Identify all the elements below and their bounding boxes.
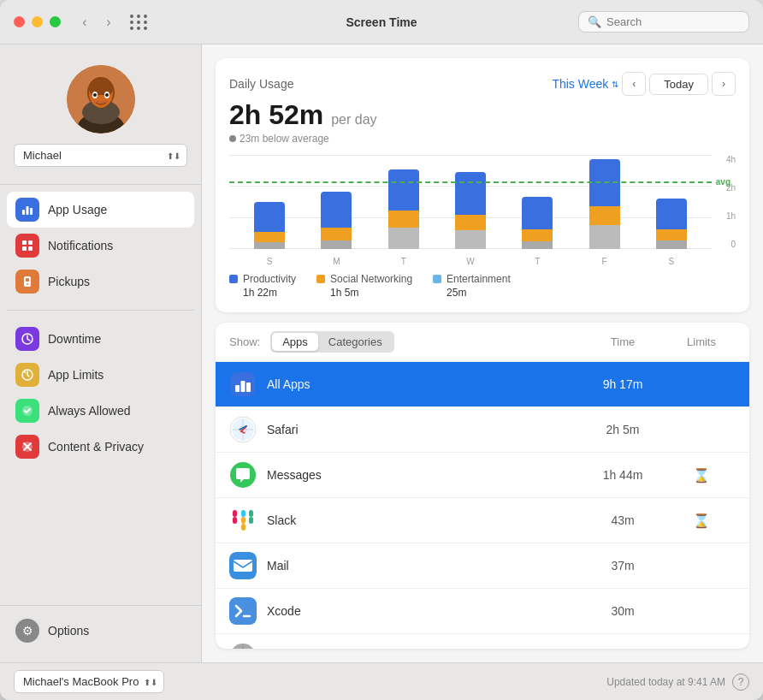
x-label-f: F (586, 257, 624, 266)
apps-toggle-button[interactable]: Apps (272, 333, 318, 351)
bar-blue-w (455, 172, 486, 215)
sidebar-item-app-usage-label: App Usage (48, 203, 107, 217)
sidebar-item-content-privacy[interactable]: Content & Privacy (7, 429, 194, 465)
sidebar-item-downtime[interactable]: Downtime (7, 321, 194, 357)
legend-label-entertainment: Entertainment (447, 273, 511, 285)
sidebar-item-always-allowed[interactable]: Always Allowed (7, 393, 194, 429)
today-button[interactable]: Today (649, 74, 708, 95)
nav-gap-2 (7, 314, 194, 321)
svg-rect-49 (229, 597, 257, 625)
app-row-system-prefs[interactable]: System Preferences 12m 55s (216, 634, 749, 649)
categories-toggle-button[interactable]: Categories (318, 333, 393, 351)
sidebar-item-pickups[interactable]: Pickups (7, 264, 194, 300)
app-row-mail[interactable]: Mail 37m (216, 543, 749, 589)
sidebar-item-notifications[interactable]: Notifications (7, 228, 194, 264)
bar-blue-m (321, 192, 352, 228)
prev-week-button[interactable]: ‹ (622, 72, 646, 96)
app-row-messages[interactable]: Messages 1h 44m ⌛ (216, 453, 749, 498)
help-button[interactable]: ? (732, 673, 749, 691)
sidebar-bottom: ⚙ Options (0, 605, 201, 662)
downtime-icon (15, 327, 39, 351)
list-header: Show: Apps Categories Time Limits (216, 323, 749, 362)
app-row-xcode[interactable]: Xcode 30m (216, 589, 749, 634)
minimize-button[interactable] (32, 16, 43, 27)
legend-productivity: Productivity 1h 22m (229, 273, 296, 299)
sidebar: Michael ⬆⬇ App Usage (0, 44, 202, 662)
app-usage-icon (15, 198, 39, 222)
bar-orange-t1 (388, 211, 419, 228)
app-row-slack[interactable]: Slack 43m ⌛ (216, 498, 749, 543)
svg-rect-44 (249, 510, 253, 517)
legend-label-productivity: Productivity (243, 273, 296, 285)
svg-rect-31 (246, 383, 251, 392)
window-title: Screen Time (346, 15, 417, 29)
device-selector[interactable]: Michael's MacBook Pro ⬆⬇ (14, 670, 164, 693)
messages-limits: ⌛ (667, 467, 736, 483)
close-button[interactable] (14, 16, 25, 27)
week-dropdown[interactable]: This Week ⇅ (552, 77, 618, 91)
pickups-icon (15, 270, 39, 294)
chart-legend: Productivity 1h 22m Social Networking 1h… (229, 273, 736, 299)
options-icon: ⚙ (15, 619, 39, 643)
grid-button[interactable] (126, 9, 151, 35)
x-label-m: M (317, 257, 355, 266)
bar-gray-s1 (254, 242, 285, 249)
device-select-input[interactable]: Michael's MacBook Pro (14, 670, 164, 693)
svg-rect-30 (241, 381, 245, 392)
bars-container (229, 155, 712, 249)
week-label: This Week (552, 77, 608, 91)
sidebar-item-content-privacy-label: Content & Privacy (48, 440, 144, 454)
search-box[interactable]: 🔍 (578, 11, 749, 33)
safari-name: Safari (267, 423, 578, 436)
sidebar-item-app-usage[interactable]: App Usage (7, 192, 194, 228)
bar-orange-s2 (656, 229, 687, 240)
user-selector[interactable]: Michael ⬆⬇ (14, 144, 187, 167)
sidebar-item-app-limits-label: App Limits (48, 368, 104, 382)
usage-unit: per day (331, 112, 376, 127)
svg-point-9 (105, 93, 109, 97)
legend-social: Social Networking 1h 5m (316, 273, 412, 299)
user-select-input[interactable]: Michael (14, 144, 187, 167)
bar-group-s2 (653, 199, 690, 249)
app-row-all-apps[interactable]: All Apps 9h 17m (216, 362, 749, 407)
legend-time-social: 1h 5m (316, 287, 412, 299)
legend-dot-entertainment (433, 275, 441, 283)
mail-icon (229, 552, 257, 579)
y-label-0: 0 (730, 240, 736, 249)
legend-row-productivity: Productivity (229, 273, 296, 285)
sidebar-item-pickups-label: Pickups (48, 275, 90, 288)
bar-group-f (586, 159, 624, 249)
app-row-safari[interactable]: Safari 2h 5m (216, 407, 749, 453)
slack-limits: ⌛ (667, 513, 736, 529)
bar-stack-s2 (656, 199, 687, 249)
svg-rect-17 (28, 246, 33, 251)
bar-group-w (452, 172, 489, 249)
bar-gray-t1 (388, 228, 419, 249)
forward-button[interactable]: › (98, 12, 119, 33)
bar-blue-s1 (254, 202, 285, 232)
next-week-button[interactable]: › (712, 72, 736, 96)
bar-stack-t2 (522, 197, 553, 249)
svg-line-23 (24, 371, 26, 373)
maximize-button[interactable] (50, 16, 61, 27)
sidebar-item-app-limits[interactable]: App Limits (7, 357, 194, 393)
app-list-card: Show: Apps Categories Time Limits (216, 323, 749, 649)
safari-icon (229, 416, 257, 443)
options-item[interactable]: ⚙ Options (7, 613, 194, 649)
avg-label: avg (716, 177, 730, 187)
all-apps-icon (229, 371, 257, 398)
svg-rect-39 (233, 517, 237, 524)
app-limits-icon (15, 363, 39, 387)
main-content: Michael ⬆⬇ App Usage (0, 44, 763, 662)
sidebar-nav: App Usage Notifications (0, 188, 201, 605)
svg-point-8 (93, 93, 97, 97)
search-input[interactable] (606, 15, 735, 28)
avatar (67, 65, 135, 133)
xcode-name: Xcode (267, 604, 578, 618)
legend-time-entertainment: 25m (433, 287, 511, 299)
titlebar: ‹ › Screen Time 🔍 (0, 0, 763, 44)
traffic-lights (14, 16, 61, 27)
svg-rect-14 (22, 240, 27, 245)
app-list: All Apps 9h 17m (216, 362, 749, 649)
back-button[interactable]: ‹ (74, 12, 95, 33)
